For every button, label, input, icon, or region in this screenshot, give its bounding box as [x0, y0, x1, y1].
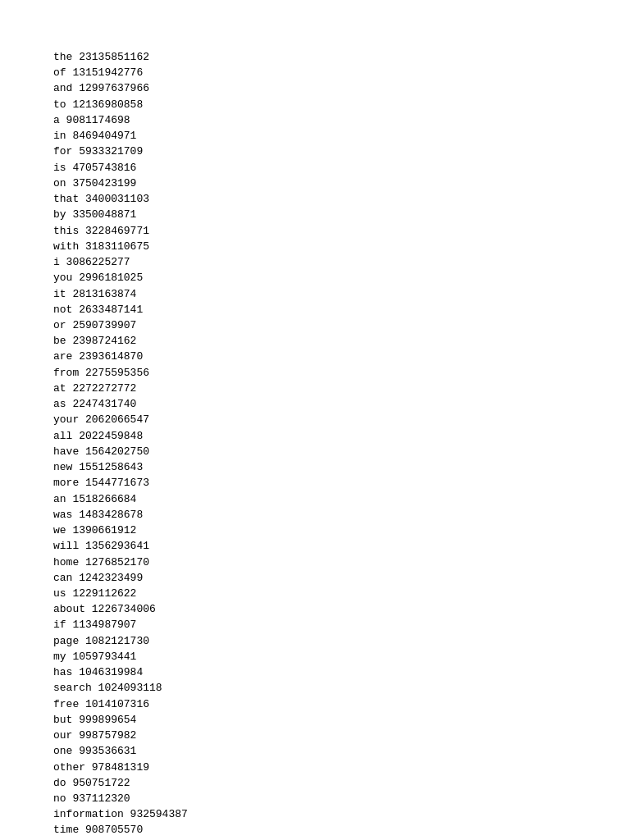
- list-item: has 1046319984: [53, 664, 630, 680]
- list-item: a 9081174698: [53, 112, 630, 128]
- list-item: is 4705743816: [53, 160, 630, 176]
- list-item: time 908705570: [53, 822, 630, 838]
- list-item: was 1483428678: [53, 507, 630, 523]
- list-item: and 12997637966: [53, 80, 630, 96]
- list-item: as 2247431740: [53, 396, 630, 412]
- list-item: other 978481319: [53, 760, 630, 775]
- list-item: at 2272272772: [53, 381, 630, 396]
- list-item: i 3086225277: [53, 254, 630, 270]
- list-item: free 1014107316: [53, 696, 630, 712]
- list-item: no 937112320: [53, 791, 630, 806]
- list-item: all 2022459848: [53, 428, 630, 444]
- list-item: information 932594387: [53, 806, 630, 822]
- list-item: one 993536631: [53, 743, 630, 759]
- list-item: that 3400031103: [53, 191, 630, 207]
- list-item: with 3183110675: [53, 239, 630, 254]
- list-item: page 1082121730: [53, 633, 630, 649]
- list-item: can 1242323499: [53, 570, 630, 586]
- list-item: an 1518266684: [53, 491, 630, 507]
- list-item: on 3750423199: [53, 176, 630, 191]
- list-item: of 13151942776: [53, 65, 630, 80]
- list-item: your 2062066547: [53, 412, 630, 427]
- list-item: in 8469404971: [53, 128, 630, 144]
- list-item: be 2398724162: [53, 333, 630, 349]
- list-item: new 1551258643: [53, 459, 630, 475]
- list-item: by 3350048871: [53, 207, 630, 222]
- list-item: we 1390661912: [53, 523, 630, 538]
- list-item: from 2275595356: [53, 365, 630, 381]
- list-item: our 998757982: [53, 728, 630, 743]
- list-item: are 2393614870: [53, 349, 630, 364]
- list-item: if 1134987907: [53, 617, 630, 632]
- list-item: the 23135851162: [53, 49, 630, 65]
- word-frequency-list: the 23135851162of 13151942776and 1299763…: [53, 49, 630, 840]
- list-item: this 3228469771: [53, 223, 630, 239]
- list-item: about 1226734006: [53, 601, 630, 617]
- list-item: us 1229112622: [53, 586, 630, 601]
- list-item: have 1564202750: [53, 444, 630, 459]
- list-item: search 1024093118: [53, 680, 630, 696]
- list-item: for 5933321709: [53, 144, 630, 159]
- list-item: my 1059793441: [53, 649, 630, 664]
- list-item: will 1356293641: [53, 538, 630, 554]
- list-item: but 999899654: [53, 712, 630, 728]
- list-item: you 2996181025: [53, 270, 630, 285]
- list-item: to 12136980858: [53, 97, 630, 112]
- list-item: not 2633487141: [53, 302, 630, 317]
- list-item: or 2590739907: [53, 317, 630, 333]
- list-item: home 1276852170: [53, 555, 630, 570]
- list-item: more 1544771673: [53, 475, 630, 491]
- list-item: do 950751722: [53, 775, 630, 791]
- list-item: it 2813163874: [53, 286, 630, 302]
